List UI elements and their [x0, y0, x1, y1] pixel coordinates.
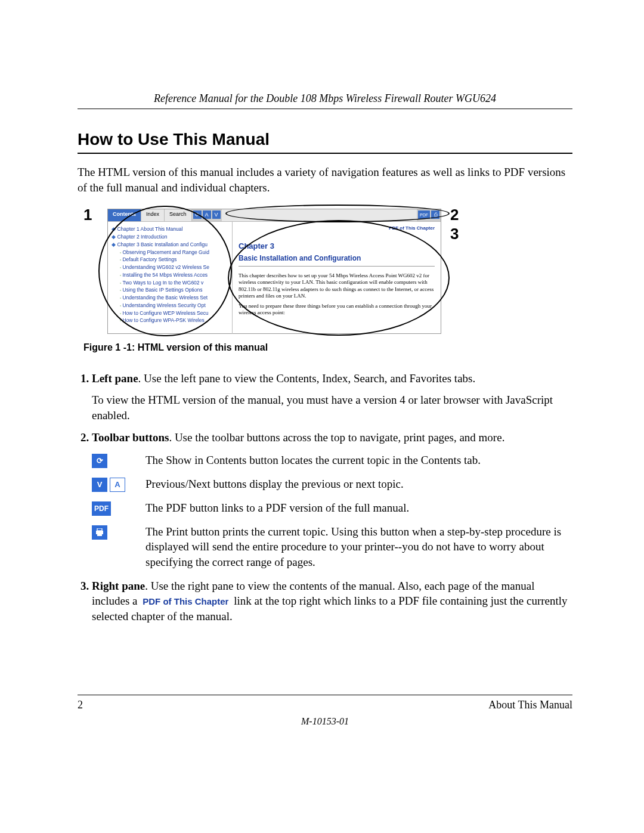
callout-1: 1 [83, 206, 92, 224]
toc-item: Chapter 3 Basic Installation and Configu [112, 241, 231, 249]
toolbar-left-icons: ⟳ A V [192, 209, 222, 221]
print-button-icon [92, 525, 107, 540]
toc-item: Chapter 2 Introduction [112, 233, 231, 241]
toc-item: Default Factory Settings [112, 256, 231, 264]
row-prev-next: V A Previous/Next buttons display the pr… [92, 476, 572, 492]
print-icon: ⎙ [431, 210, 439, 219]
toc-item: Understanding WG602 v2 Wireless Se [112, 264, 231, 271]
section-name: About This Manual [488, 699, 572, 711]
list-item-1-sub: To view the HTML version of the manual, … [92, 392, 572, 423]
document-number: M-10153-01 [78, 716, 572, 727]
chapter-title: Basic Installation and Configuration [239, 254, 435, 267]
row-print: The Print button prints the current topi… [92, 524, 572, 570]
list-item-1: Left pane. Use the left pane to view the… [92, 371, 572, 423]
toc-item: How to Configure WPA-PSK Wireles [112, 317, 231, 324]
figure-area: 1 2 3 Contents Index Search ⟳ A V PDF ⎙ [78, 206, 572, 340]
up-icon: A [203, 210, 211, 219]
pdf-of-chapter-inline-link: PDF of This Chapter [140, 596, 231, 606]
figure-caption: Figure 1 -1: HTML version of this manual [83, 342, 572, 353]
figure-toolbar: Contents Index Search ⟳ A V PDF ⎙ [108, 209, 441, 222]
page: Reference Manual for the Double 108 Mbps… [0, 0, 644, 833]
page-number: 2 [78, 699, 83, 711]
figure-screenshot: Contents Index Search ⟳ A V PDF ⎙ Chapte… [107, 209, 441, 334]
instruction-list: Left pane. Use the left pane to view the… [78, 371, 572, 624]
toc-item: How to Configure WEP Wireless Secu [112, 309, 231, 317]
figure-left-pane: Chapter 1 About This ManualChapter 2 Int… [108, 222, 233, 334]
toc-item: Using the Basic IP Settings Options [112, 286, 231, 294]
pdf-icon: PDF [418, 210, 430, 219]
list-item-3: Right pane. Use the right pane to view t… [92, 578, 572, 624]
intro-paragraph: The HTML version of this manual includes… [78, 165, 572, 195]
chapter-para-2: You need to prepare these three things b… [239, 303, 435, 317]
tab-search: Search [165, 209, 192, 221]
row-show-in-contents: ⟳ The Show in Contents button locates th… [92, 453, 572, 468]
toc-item: Installing the 54 Mbps Wireless Acces [112, 271, 231, 279]
callout-3: 3 [450, 225, 459, 243]
figure-right-pane: PDF of This Chapter Chapter 3 Basic Inst… [233, 222, 441, 334]
refresh-icon: ⟳ [193, 210, 202, 219]
toolbar-icon-table: ⟳ The Show in Contents button locates th… [92, 453, 572, 570]
next-icon: V [92, 478, 107, 492]
pdf-chapter-link: PDF of This Chapter [239, 225, 435, 231]
chapter-number: Chapter 3 [239, 241, 435, 252]
tab-index: Index [141, 209, 165, 221]
toolbar-right-icons: PDF ⎙ [417, 209, 441, 221]
pdf-button-icon: PDF [92, 501, 111, 516]
toc-item: Observing Placement and Range Guid [112, 249, 231, 256]
section-heading: How to Use This Manual [78, 130, 572, 154]
row-pdf: PDF The PDF button links to a PDF versio… [92, 500, 572, 516]
page-footer: 2 About This Manual M-10153-01 [78, 695, 572, 727]
list-item-2: Toolbar buttons. Use the toolbar buttons… [92, 430, 572, 570]
callout-2: 2 [450, 206, 459, 224]
toc-item: Understanding the Basic Wireless Set [112, 294, 231, 302]
chapter-para-1: This chapter describes how to set up you… [239, 272, 435, 299]
toc-item: Chapter 1 About This Manual [112, 225, 231, 233]
down-icon: V [212, 210, 221, 219]
svg-rect-1 [97, 528, 102, 531]
tab-contents: Contents [108, 209, 141, 221]
show-in-contents-icon: ⟳ [92, 454, 107, 468]
toc-item: Understanding Wireless Security Opt [112, 302, 231, 309]
toc-item: Two Ways to Log In to the WG602 v [112, 279, 231, 287]
prev-icon: A [110, 478, 125, 492]
svg-rect-2 [97, 534, 102, 536]
running-header: Reference Manual for the Double 108 Mbps… [78, 92, 572, 109]
